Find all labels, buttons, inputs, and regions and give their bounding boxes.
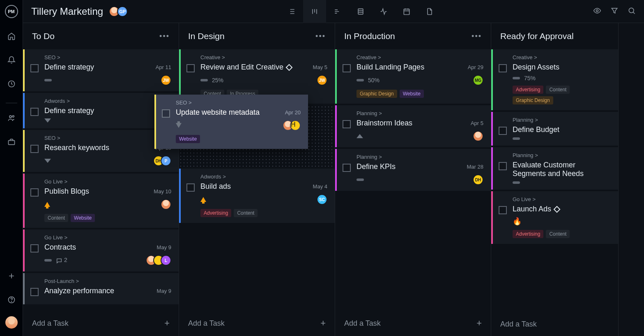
task-title: Design Assets xyxy=(513,63,559,72)
task-assignees[interactable] xyxy=(473,131,483,141)
task-card[interactable]: Planning >Brainstorm IdeasApr 5 xyxy=(335,105,491,147)
task-checkbox[interactable] xyxy=(499,64,507,72)
task-tag[interactable]: Advertising xyxy=(513,86,543,94)
column-menu-icon[interactable]: ••• xyxy=(472,32,482,41)
task-tag[interactable]: Advertising xyxy=(513,230,543,238)
column-cards: SEO >Define strategyApr 11JWAdwords >Def… xyxy=(23,49,179,311)
task-card[interactable]: Planning >Define KPIsMar 28DH xyxy=(335,149,491,191)
task-checkbox[interactable] xyxy=(30,64,39,72)
task-title: Contracts xyxy=(44,243,76,252)
task-tag[interactable]: Content xyxy=(234,209,258,217)
task-category: Creative > xyxy=(356,54,483,60)
briefcase-icon[interactable] xyxy=(4,134,19,149)
task-tag[interactable]: Content xyxy=(546,230,570,238)
task-category: SEO > xyxy=(44,135,171,141)
home-icon[interactable] xyxy=(4,29,19,44)
assignee-avatar[interactable]: P xyxy=(161,155,171,166)
sheet-view-icon[interactable] xyxy=(349,0,372,23)
task-assignees[interactable]: JW xyxy=(317,75,327,86)
assignee-avatar[interactable]: DH xyxy=(473,174,483,185)
task-assignees[interactable]: H xyxy=(286,120,301,131)
bell-icon[interactable] xyxy=(4,53,19,67)
task-checkbox[interactable] xyxy=(343,164,351,172)
task-card[interactable]: SEO >Define strategyApr 11JW xyxy=(23,49,179,91)
task-checkbox[interactable] xyxy=(186,183,195,192)
assignee-avatar[interactable] xyxy=(161,199,171,210)
board-view-icon[interactable] xyxy=(303,0,326,23)
assignee-avatar[interactable]: SC xyxy=(317,194,327,205)
task-assignees[interactable]: DHP xyxy=(153,155,171,166)
task-tag[interactable]: Content xyxy=(546,86,570,94)
task-checkbox[interactable] xyxy=(343,64,351,72)
project-member-avatar[interactable]: GP xyxy=(117,6,128,17)
task-checkbox[interactable] xyxy=(162,109,170,118)
task-tag[interactable]: Graphic Design xyxy=(356,90,397,98)
files-view-icon[interactable] xyxy=(418,0,441,23)
calendar-view-icon[interactable] xyxy=(395,0,418,23)
task-tag[interactable]: Website xyxy=(176,135,200,143)
task-category: SEO > xyxy=(176,100,301,106)
task-card[interactable]: Planning >Evaluate Customer Segments and… xyxy=(491,147,618,190)
task-checkbox[interactable] xyxy=(499,162,507,170)
assignee-avatar[interactable]: JW xyxy=(161,75,171,86)
task-checkbox[interactable] xyxy=(30,288,39,296)
task-checkbox[interactable] xyxy=(30,108,39,116)
task-card[interactable]: Go Live >Publish BlogsMay 10ContentWebsi… xyxy=(23,174,179,228)
plus-icon[interactable] xyxy=(4,269,19,283)
add-task-button[interactable]: Add a Task+ xyxy=(335,311,491,336)
task-card[interactable]: Creative >Build Landing PagesApr 2950%MG… xyxy=(335,49,491,104)
task-category: Go Live > xyxy=(44,234,171,241)
task-category: Planning > xyxy=(513,152,611,158)
task-assignees[interactable]: DH xyxy=(473,174,483,185)
task-tag[interactable]: Advertising xyxy=(200,209,231,217)
task-checkbox[interactable] xyxy=(186,64,195,72)
task-card[interactable]: Post-Launch >Analyze performanceMay 9 xyxy=(23,273,179,304)
activity-view-icon[interactable] xyxy=(372,0,395,23)
task-tag[interactable]: Website xyxy=(400,90,424,98)
current-user-avatar[interactable] xyxy=(5,316,18,329)
assignee-avatar[interactable]: MG xyxy=(473,75,483,86)
people-icon[interactable] xyxy=(4,111,19,125)
search-icon[interactable] xyxy=(628,7,636,16)
task-card[interactable]: Go Live >ContractsMay 9 2L xyxy=(23,229,179,271)
column-menu-icon[interactable]: ••• xyxy=(159,32,170,41)
task-card[interactable]: Adwords >Build adsMay 4SCAdvertisingCont… xyxy=(179,169,335,223)
assignee-avatar[interactable]: L xyxy=(161,255,171,266)
dragging-card[interactable]: SEO > Update website metadata Apr 20 H W… xyxy=(154,95,308,149)
help-icon[interactable] xyxy=(4,292,19,307)
project-members[interactable]: GP xyxy=(109,6,128,17)
visibility-icon[interactable] xyxy=(593,7,601,16)
task-checkbox[interactable] xyxy=(30,145,39,153)
task-card[interactable]: Planning >Define Budget xyxy=(491,112,618,146)
app-logo[interactable]: PM xyxy=(5,5,18,18)
svg-point-5 xyxy=(11,301,12,302)
add-task-button[interactable]: Add a Task+ xyxy=(179,311,335,336)
task-card[interactable]: Creative >Design Assets75%AdvertisingCon… xyxy=(491,49,618,110)
task-assignees[interactable] xyxy=(161,199,171,210)
task-card[interactable]: Go Live >Launch Ads🔥AdvertisingContent xyxy=(491,191,618,244)
task-checkbox[interactable] xyxy=(343,120,351,128)
task-assignees[interactable]: JW xyxy=(161,75,171,86)
task-tag[interactable]: Website xyxy=(71,214,95,222)
task-assignees[interactable]: SC xyxy=(317,194,327,205)
list-view-icon[interactable] xyxy=(280,0,303,23)
clock-icon[interactable] xyxy=(4,76,19,91)
filter-icon[interactable] xyxy=(610,7,619,16)
column-menu-icon[interactable]: ••• xyxy=(315,32,326,41)
task-date: Apr 20 xyxy=(285,109,301,116)
task-checkbox[interactable] xyxy=(499,127,507,135)
assignee-avatar[interactable]: JW xyxy=(317,75,327,86)
assignee-avatar[interactable] xyxy=(473,131,483,141)
add-task-button[interactable]: Add a Task xyxy=(491,313,618,336)
task-assignees[interactable]: MG xyxy=(473,75,483,86)
task-checkbox[interactable] xyxy=(30,244,39,253)
comment-count[interactable]: 2 xyxy=(56,257,67,264)
add-task-button[interactable]: Add a Task+ xyxy=(23,311,179,336)
task-checkbox[interactable] xyxy=(499,206,507,214)
task-tag[interactable]: Content xyxy=(44,214,68,222)
task-assignees[interactable]: L xyxy=(146,255,171,266)
task-category: Planning > xyxy=(356,154,483,160)
gantt-view-icon[interactable] xyxy=(326,0,349,23)
task-checkbox[interactable] xyxy=(30,188,39,197)
task-tag[interactable]: Graphic Design xyxy=(513,96,553,104)
